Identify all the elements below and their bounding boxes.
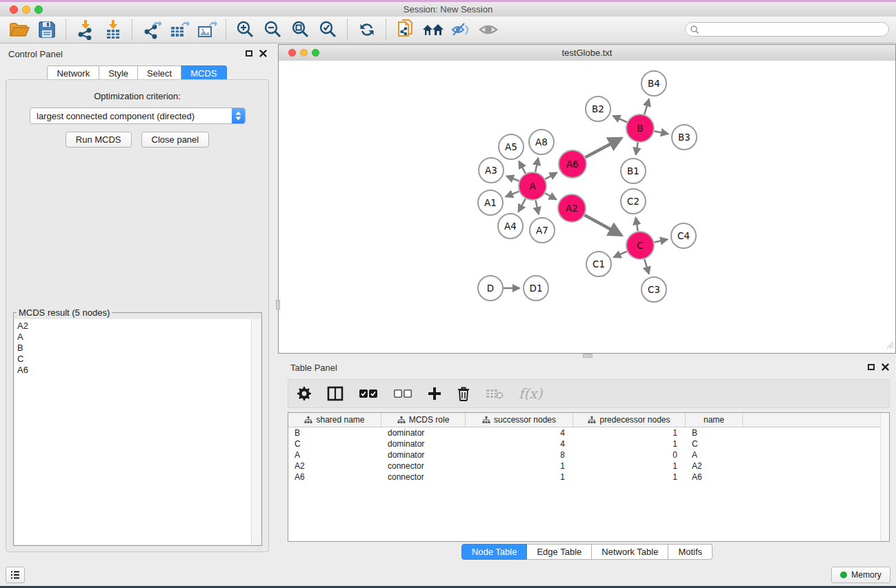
- table-cell[interactable]: C: [288, 439, 381, 449]
- table-cell[interactable]: A: [686, 450, 743, 460]
- table-cell[interactable]: A2: [686, 461, 743, 471]
- refresh-view-icon[interactable]: [355, 18, 379, 41]
- table-cell[interactable]: B: [288, 428, 381, 438]
- show-graphics-details-icon[interactable]: [477, 18, 500, 41]
- graph-edge-A-A3[interactable]: [506, 176, 519, 181]
- open-session-icon[interactable]: [8, 18, 31, 41]
- window-resize-grip[interactable]: [884, 339, 894, 352]
- table-cell[interactable]: A6: [288, 472, 381, 482]
- tab-network-table[interactable]: Network Table: [592, 544, 668, 560]
- graph-edge-B-B1[interactable]: [636, 143, 638, 155]
- column-header-predecessor-nodes[interactable]: predecessor nodes: [573, 413, 686, 427]
- node-table[interactable]: shared name MCDS role successor nodes pr…: [288, 412, 890, 542]
- graph-edge-A-A1[interactable]: [506, 192, 519, 197]
- mcds-result-item[interactable]: C: [17, 354, 261, 365]
- delete-table-icon[interactable]: [486, 387, 504, 400]
- table-scrollbar[interactable]: [880, 413, 889, 541]
- export-image-icon[interactable]: [195, 18, 219, 41]
- graph-edge-C-C1[interactable]: [614, 252, 627, 258]
- apply-function-icon[interactable]: f(x): [519, 385, 542, 402]
- export-network-icon[interactable]: [140, 18, 163, 41]
- tab-edge-table[interactable]: Edge Table: [527, 544, 592, 560]
- network-window-titlebar[interactable]: testGlobe.txt: [279, 45, 895, 61]
- graph-edge-B-B2[interactable]: [613, 116, 627, 122]
- table-cell[interactable]: 4: [466, 439, 573, 449]
- show-columns-icon[interactable]: [327, 386, 344, 401]
- column-header-mcds-role[interactable]: MCDS role: [381, 413, 466, 427]
- add-entry-icon[interactable]: [428, 387, 441, 401]
- table-row[interactable]: Bdominator41B: [288, 427, 889, 438]
- graph-edge-A-A8[interactable]: [535, 159, 538, 172]
- table-cell[interactable]: dominator: [381, 450, 466, 460]
- import-network-icon[interactable]: [74, 18, 97, 41]
- zoom-in-icon[interactable]: [234, 18, 257, 41]
- table-row[interactable]: Cdominator41C: [288, 438, 889, 449]
- table-row[interactable]: A2connector11A2: [288, 460, 889, 472]
- table-cell[interactable]: 8: [466, 450, 573, 460]
- graph-edge-C-C2[interactable]: [636, 218, 638, 232]
- column-header-shared-name[interactable]: shared name: [288, 413, 381, 427]
- table-cell[interactable]: 0: [573, 450, 686, 460]
- table-cell[interactable]: 1: [573, 472, 686, 482]
- hide-graphics-details-icon[interactable]: [449, 18, 472, 41]
- mcds-result-list[interactable]: A2ABCA6: [14, 319, 261, 545]
- graph-edge-C-C3[interactable]: [644, 259, 649, 274]
- table-cell[interactable]: connector: [381, 461, 466, 471]
- mcds-result-item[interactable]: A6: [17, 365, 261, 376]
- table-cell[interactable]: A: [288, 450, 381, 460]
- show-all-panels-icon[interactable]: [421, 18, 445, 41]
- table-cell[interactable]: 1: [573, 461, 686, 471]
- new-network-from-selection-icon[interactable]: [394, 18, 417, 41]
- mcds-result-item[interactable]: A2: [17, 321, 261, 332]
- select-all-icon[interactable]: [359, 389, 378, 398]
- table-cell[interactable]: 1: [466, 472, 573, 482]
- table-cell[interactable]: 1: [466, 461, 573, 471]
- table-settings-icon[interactable]: [297, 386, 312, 401]
- float-table-panel-icon[interactable]: [868, 364, 875, 370]
- graph-edge-A-A2[interactable]: [545, 193, 556, 199]
- graph-edge-C-C4[interactable]: [654, 239, 667, 242]
- table-cell[interactable]: 4: [466, 428, 573, 438]
- close-panel-icon[interactable]: [259, 50, 267, 57]
- table-cell[interactable]: B: [686, 428, 743, 438]
- table-cell[interactable]: 1: [573, 439, 686, 449]
- zoom-fit-icon[interactable]: [289, 18, 312, 41]
- deselect-all-icon[interactable]: [393, 389, 412, 398]
- graph-edge-A-A4[interactable]: [519, 199, 526, 212]
- mcds-result-item[interactable]: B: [17, 343, 261, 354]
- table-cell[interactable]: dominator: [381, 439, 466, 449]
- network-canvas[interactable]: B4B2BB3A8A5A6A3B1AC2A1A2A4A7C4CC1DD1C3: [279, 61, 895, 353]
- graph-edge-A6-B[interactable]: [586, 138, 621, 157]
- export-table-icon[interactable]: [168, 18, 191, 41]
- graph-edge-A-A6[interactable]: [545, 173, 557, 179]
- float-panel-icon[interactable]: [246, 50, 252, 57]
- criterion-dropdown[interactable]: largest connected component (directed): [30, 108, 246, 124]
- mcds-result-item[interactable]: A: [17, 332, 261, 343]
- table-row[interactable]: Adominator80A: [288, 449, 889, 460]
- task-history-button[interactable]: [6, 567, 25, 583]
- result-list-scrollbar[interactable]: [251, 319, 261, 545]
- graph-edge-A2-C[interactable]: [584, 215, 621, 235]
- graph-edge-B-B4[interactable]: [644, 99, 649, 114]
- zoom-out-icon[interactable]: [261, 18, 285, 41]
- graph-edge-A-A7[interactable]: [535, 201, 538, 214]
- close-table-panel-icon[interactable]: [882, 363, 889, 371]
- table-cell[interactable]: dominator: [381, 428, 466, 438]
- column-header-successor-nodes[interactable]: successor nodes: [466, 413, 573, 427]
- tab-motifs[interactable]: Motifs: [668, 544, 713, 560]
- graph-edge-B-B3[interactable]: [655, 131, 668, 134]
- vertical-splitter-handle[interactable]: [276, 300, 280, 310]
- save-session-icon[interactable]: [35, 18, 59, 41]
- column-header-name[interactable]: name: [686, 413, 743, 427]
- table-cell[interactable]: connector: [381, 472, 466, 482]
- table-cell[interactable]: C: [686, 439, 743, 449]
- search-field[interactable]: [685, 22, 889, 37]
- graph-edge-A-A5[interactable]: [519, 161, 526, 173]
- zoom-selected-icon[interactable]: [317, 18, 340, 41]
- run-mcds-button[interactable]: Run MCDS: [66, 132, 132, 148]
- close-panel-button[interactable]: Close panel: [141, 132, 210, 148]
- table-cell[interactable]: A2: [288, 461, 381, 471]
- table-cell[interactable]: 1: [573, 428, 686, 438]
- title-bar[interactable]: Session: New Session: [0, 2, 896, 17]
- table-cell[interactable]: A6: [686, 472, 743, 482]
